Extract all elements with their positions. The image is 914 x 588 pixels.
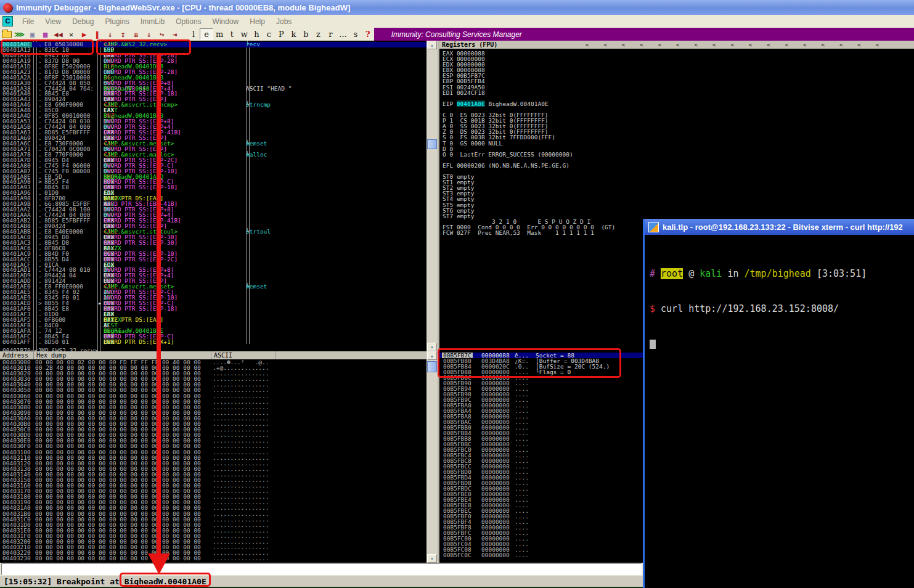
executables-window-button[interactable]: e (200, 28, 213, 40)
register-line[interactable]: ESP 00B5FB7C (439, 73, 914, 78)
disasm-row[interactable]: 00401A93.8B45 E8MOV EAX,DWORD PTR SS:[EB… (0, 185, 426, 190)
disassembly-scrollbar[interactable]: ▴ ▾ (426, 41, 438, 351)
disassembly-pane[interactable]: 00401A0E.E8 65030000CALL <JMP.&WS2_32.re… (0, 41, 426, 351)
menu-items: FileViewDebugPluginsImmLibOptionsWindowH… (17, 16, 297, 27)
register-line[interactable]: S 0 FS 003B 32bit 7FFDD000(FFF) (439, 134, 914, 140)
call-stack-window-button[interactable]: k (287, 29, 300, 39)
register-line[interactable]: ESI 00249A50 (439, 84, 914, 90)
breakpoints-window-button[interactable]: b (300, 29, 312, 39)
scroll-down-icon[interactable]: ▾ (427, 554, 437, 563)
seh-chain-window-button[interactable]: z (312, 29, 324, 39)
register-line[interactable]: EAX 00000088 (439, 51, 914, 56)
chevron-left-icon: < (658, 42, 661, 48)
disasm-row[interactable]: 00401AFF.8D50 01LEA EDX,DWORD PTR DS:[EA… (0, 340, 426, 345)
step-over-icon[interactable]: ↧ (116, 28, 129, 40)
windows-window-button[interactable]: w (238, 29, 250, 39)
terminal-body[interactable]: # root @ kali in /tmp/bighead [3:03:51] … (645, 235, 914, 374)
disasm-row[interactable]: 00401ACC.8B55 D4MOV EDX,DWORD PTR SS:[EB… (0, 257, 426, 263)
memory-window-button[interactable]: m (213, 29, 226, 39)
menu-item-immlib[interactable]: ImmLib (135, 16, 170, 27)
chevron-left-icon: < (876, 42, 879, 48)
open-file-icon[interactable] (0, 28, 13, 40)
cpu-child-window-icon[interactable]: C (2, 16, 13, 27)
close-program-icon[interactable]: ✕ (65, 28, 78, 40)
scroll-thumb[interactable] (427, 361, 437, 372)
menu-bar: C FileViewDebugPluginsImmLibOptionsWindo… (0, 15, 914, 28)
register-line[interactable]: ST6 empty (439, 208, 914, 213)
status-breakpoint-target: BigheadW.00401A0E (124, 577, 206, 586)
hexdump-row[interactable]: 0040323000 00 00 00 00 00 00 00 00 00 00… (0, 555, 426, 561)
menu-item-view[interactable]: View (39, 16, 67, 27)
register-line[interactable] (439, 168, 914, 174)
references-window-button[interactable]: r (324, 29, 337, 39)
hexdump-pane[interactable]: Address Hex dump ASCII 0040300000 00 00 … (0, 351, 426, 563)
threads-window-button[interactable]: t (226, 29, 238, 39)
restart-icon[interactable]: ◀◀ (52, 28, 65, 40)
menu-item-jobs[interactable]: Jobs (271, 16, 297, 27)
chevron-left-icon: < (839, 42, 843, 48)
chevron-left-icon: < (622, 42, 625, 48)
hexdump-scrollbar[interactable]: ▴ ▾ (426, 351, 438, 563)
register-line[interactable]: EDX 00000000 (439, 62, 914, 67)
immlib-icon[interactable]: ▦ (39, 28, 52, 40)
menu-item-options[interactable]: Options (170, 16, 206, 27)
log-window-button[interactable]: l (187, 29, 200, 39)
scroll-up-icon[interactable]: ▴ (427, 41, 437, 49)
register-line[interactable]: ST5 empty (439, 202, 914, 208)
scroll-down-icon[interactable]: ▾ (427, 343, 437, 351)
command-bar (0, 563, 643, 576)
animate-into-icon[interactable]: ⇊ (129, 28, 142, 40)
terminal-title-bar[interactable]: kali.tlp - root@192.168.23.133:22 - Bitv… (645, 219, 914, 235)
register-line[interactable]: ST0 empty (439, 174, 914, 179)
register-line[interactable]: ST4 empty (439, 196, 914, 202)
register-line[interactable]: EBP 00B5FFB4 (439, 78, 914, 84)
pause-icon[interactable]: ∥ (91, 28, 104, 40)
disasm-row[interactable]: 00401A87.C745 F0 00000MOV DWORD PTR SS:[… (0, 169, 426, 174)
help-button[interactable]: ? (362, 29, 374, 39)
register-line[interactable]: EFL 00000206 (NO,NB,NE,A,NS,PE,GE,G) (439, 163, 914, 168)
disasm-info-line: 00401B70=<JMP.&WS2_32.recv> (2, 347, 97, 351)
more-windows-button[interactable]: ... (337, 29, 349, 39)
stack-row[interactable]: 00B5FC0C00000000.... (439, 552, 643, 558)
register-line[interactable]: EBX 00000088 (439, 67, 914, 73)
register-line[interactable]: O 0 LastErr ERROR_SUCCESS (00000000) (439, 152, 914, 157)
script-window-button[interactable]: s (349, 29, 362, 39)
patches-window-button[interactable]: P (275, 29, 287, 39)
register-line[interactable]: ST2 empty (439, 185, 914, 190)
register-line[interactable]: EDI 0024CF18 (439, 90, 914, 96)
cpu-window-button[interactable]: c (263, 29, 275, 39)
status-message: [15:05:32] Breakpoint at (4, 577, 124, 586)
handles-window-button[interactable]: h (250, 29, 263, 39)
title-bar[interactable]: Immunity Debugger - BigheadWebSvr.exe - … (0, 0, 914, 15)
menu-item-help[interactable]: Help (244, 16, 271, 27)
execute-till-user-code-icon[interactable]: ⇥ (168, 28, 181, 40)
scroll-up-icon[interactable]: ▴ (427, 351, 437, 360)
run-icon[interactable]: ▶ (78, 28, 91, 40)
disasm-row[interactable]: 00401AF5.0FB600MOVZX EAX,BYTE PTR DS:[EA… (0, 317, 426, 323)
command-input[interactable] (1, 563, 642, 575)
chevron-left-icon: < (785, 42, 788, 48)
menu-item-file[interactable]: File (17, 16, 39, 27)
disasm-row[interactable]: 00401AF0.8B45 E8MOV EAX,DWORD PTR SS:[EB… (0, 306, 426, 312)
register-line[interactable]: ST1 empty (439, 179, 914, 185)
register-line[interactable]: ST3 empty (439, 190, 914, 196)
stack-pane[interactable]: 00B5FB7C00000088ê...Socket = 8800B5FB800… (439, 351, 643, 563)
terminal-command-line: $ curl http://192.168.23.152:8008/ (650, 303, 914, 315)
disasm-row[interactable]: 00401A46.E8 690F0000CALL <JMP.&msvcrt.st… (0, 102, 426, 108)
animate-over-icon[interactable]: ⇓ (142, 28, 155, 40)
attach-process-icon[interactable]: ⋙ (13, 28, 26, 40)
chevron-left-icon: < (603, 42, 606, 48)
step-into-icon[interactable]: ↓ (104, 28, 116, 40)
menu-item-plugins[interactable]: Plugins (100, 16, 135, 27)
scroll-thumb[interactable] (427, 139, 437, 149)
register-line[interactable]: T 0 GS 0000 NULL (439, 141, 914, 146)
terminal-title: kali.tlp - root@192.168.23.133:22 - Bitv… (663, 223, 903, 232)
register-line[interactable]: ECX 00000000 (439, 56, 914, 62)
register-line[interactable]: EIP 00401A0E BigheadW.00401A0E (439, 101, 914, 107)
execute-till-return-icon[interactable]: ↪ (155, 28, 168, 40)
disasm-row[interactable]: 00401AF8.84C0TEST AL,AL (0, 323, 426, 329)
collapse-chevrons[interactable]: <<<<<<<<<<<<<<<<< (586, 41, 879, 49)
windows-list-icon[interactable]: ▣ (26, 28, 39, 40)
menu-item-window[interactable]: Window (207, 16, 245, 27)
menu-item-debug[interactable]: Debug (67, 16, 99, 27)
